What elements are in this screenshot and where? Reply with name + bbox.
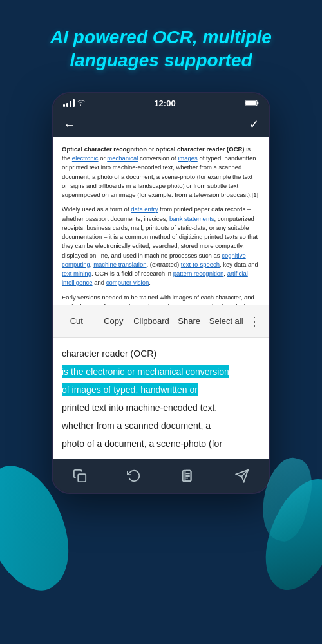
ocr-link-mechanical: mechanical: [107, 155, 138, 162]
wifi-icon: [76, 99, 85, 107]
share-icon: [235, 469, 249, 483]
selected-line-4: printed text into machine-encoded text,: [62, 399, 260, 417]
hero-title: AI powered OCR, multiple languages suppo…: [0, 0, 322, 86]
line2-highlighted: is the electronic or mechanical conversi…: [62, 365, 229, 378]
status-bar: 12:00: [53, 93, 269, 112]
ocr-content-area: Optical character recognition or optical…: [53, 137, 269, 305]
ocr-link-machine: machine translation: [93, 261, 146, 268]
line5-text: whether from a scanned document, a: [62, 421, 211, 431]
phone-wrapper: 12:00 ← ✓ Optical character recognition …: [0, 86, 322, 494]
ocr-paragraph-2: Widely used as a form of data entry from…: [62, 205, 260, 287]
ocr-link-electronic: electronic: [72, 155, 99, 162]
phone-mockup: 12:00 ← ✓ Optical character recognition …: [52, 92, 270, 494]
line1-text: character reader (OCR): [62, 348, 156, 359]
bottom-nav-share[interactable]: [235, 469, 249, 483]
svg-rect-2: [245, 101, 256, 105]
bottom-nav-document[interactable]: [181, 469, 195, 483]
line6-text: photo of a document, a scene-photo (for: [62, 439, 222, 449]
nav-bar: ← ✓: [53, 112, 269, 137]
ocr-bold-optical: Optical character recognition: [62, 146, 147, 153]
more-options-button[interactable]: ⋮: [245, 314, 264, 328]
context-menu-bar: Cut Copy Clipboard Share Select all ⋮: [53, 305, 269, 338]
undo-icon: [127, 469, 141, 483]
svg-rect-3: [78, 474, 86, 482]
check-button[interactable]: ✓: [249, 117, 259, 131]
cut-button[interactable]: Cut: [58, 311, 95, 331]
ocr-link-tts: text-to-speech: [181, 261, 220, 268]
copy-button[interactable]: Copy: [95, 311, 133, 331]
ocr-link-images: images: [178, 155, 198, 162]
ocr-link-textmining: text mining: [62, 270, 91, 277]
selected-line-3: of images of typed, handwritten or: [62, 381, 260, 399]
ocr-link-dataentry: data entry: [131, 205, 158, 213]
ocr-link-pattern: pattern recognition: [173, 270, 224, 277]
clipboard-button[interactable]: Clipboard: [132, 311, 171, 331]
copy-icon: [73, 469, 87, 483]
svg-rect-1: [257, 102, 258, 104]
bottom-nav-undo[interactable]: [127, 469, 141, 483]
ocr-paragraph-1: Optical character recognition or optical…: [62, 145, 260, 200]
ocr-link-cv: computer vision: [106, 279, 149, 286]
selected-line-1: character reader (OCR): [62, 345, 260, 363]
signal-bar-3: [70, 101, 71, 107]
ocr-bold-optical2: optical character reader (OCR): [156, 146, 245, 153]
select-all-button[interactable]: Select all: [207, 311, 245, 331]
selected-line-2: is the electronic or mechanical conversi…: [62, 363, 260, 381]
battery-icon: [245, 99, 259, 107]
signal-bar-1: [63, 104, 65, 107]
line3-highlighted: of images of typed, handwritten or: [62, 383, 198, 396]
back-button[interactable]: ←: [63, 117, 76, 132]
selected-text-area: character reader (OCR) is the electronic…: [53, 338, 269, 459]
ocr-paragraph-3: Early versions needed to be trained with…: [62, 293, 260, 305]
ocr-link-bank: bank statements: [169, 215, 214, 222]
signal-bar-2: [66, 103, 68, 107]
bottom-nav: [53, 459, 269, 493]
selected-line-6: photo of a document, a scene-photo (for: [62, 435, 260, 453]
status-time: 12:00: [154, 99, 175, 108]
document-icon: [181, 469, 195, 483]
bottom-nav-copy[interactable]: [73, 469, 87, 483]
signal-bars: [63, 99, 85, 107]
signal-bar-4: [73, 99, 75, 107]
line4-text: printed text into machine-encoded text,: [62, 402, 217, 413]
selected-line-5: whether from a scanned document, a: [62, 417, 260, 435]
share-button[interactable]: Share: [171, 311, 208, 331]
